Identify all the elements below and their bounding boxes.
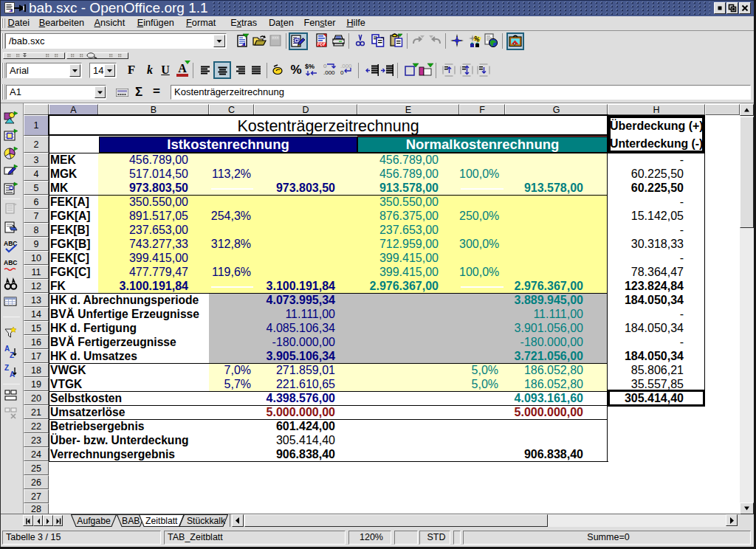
svg-text:Zeitblatt: Zeitblatt [145, 516, 178, 526]
svg-text:Aufgabe: Aufgabe [77, 516, 111, 526]
svg-text:Z: Z [10, 351, 14, 359]
svg-text:Stückkalk: Stückkalk [187, 516, 226, 526]
svg-text:0: 0 [340, 69, 344, 76]
svg-text:$%: $% [305, 63, 315, 70]
svg-text:BAB: BAB [122, 516, 140, 526]
svg-text:Z: Z [4, 364, 9, 372]
svg-text:0: 0 [323, 63, 327, 69]
svg-text:.000: .000 [323, 69, 335, 76]
svg-text:ABC: ABC [4, 259, 17, 266]
